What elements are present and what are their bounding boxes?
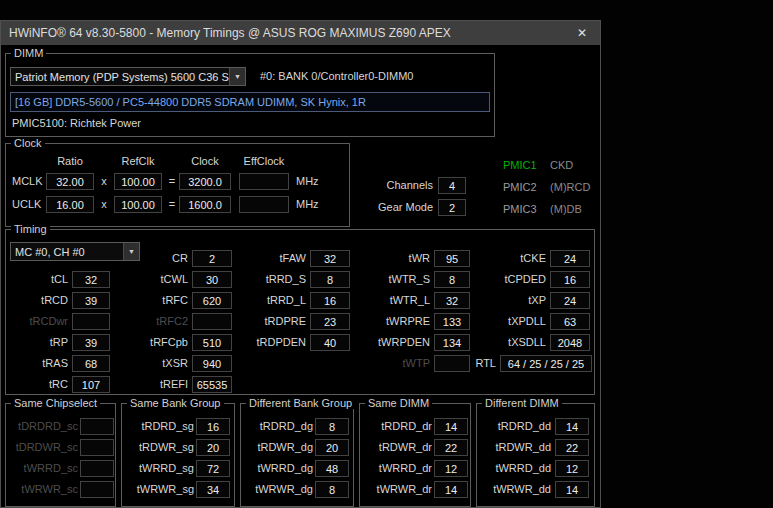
timing-value-tWRRD_dr[interactable] [434, 460, 468, 477]
timing-value-tRDPRE[interactable] [310, 313, 350, 330]
timing-value-tRDWR_dg[interactable] [315, 439, 349, 456]
timing-value-tRRD_S[interactable] [310, 271, 350, 288]
timing-value-tCKE[interactable] [550, 250, 590, 267]
timing-value-tWRPDEN[interactable] [434, 334, 470, 351]
timing-value-tDRDWR_sc[interactable] [80, 439, 114, 456]
timing-value-tWRPRE[interactable] [434, 313, 470, 330]
timing-label-tWRWR_dg: tWRWR_dg [243, 481, 313, 498]
timing-value-tRDWR_sg[interactable] [196, 439, 230, 456]
timing-value-tWRRD_dd[interactable] [555, 460, 589, 477]
channels-value[interactable] [438, 177, 466, 194]
timing-label-tRDWR_sg: tRDWR_sg [124, 439, 194, 456]
timing-value-CR[interactable] [192, 250, 232, 267]
dimm-module-select[interactable]: Patriot Memory (PDP Systems) 5600 C36 Se… [10, 67, 246, 86]
dimm-group-title: DIMM [11, 47, 46, 59]
timing-label-tCL: tCL [14, 271, 68, 288]
timing-value-tRDWR_dr[interactable] [434, 439, 468, 456]
timing-label-tREFI: tREFI [114, 376, 188, 393]
timing-value-tWRWR_sc[interactable] [80, 481, 114, 498]
dimm-group: DIMM Patriot Memory (PDP Systems) 5600 C… [5, 53, 495, 137]
uclk-effclock-value[interactable] [239, 196, 289, 213]
timing-value-tREFI[interactable] [192, 376, 232, 393]
timing-value-tXSR[interactable] [192, 355, 232, 372]
timing-value-tWRWR_dr[interactable] [434, 481, 468, 498]
timing-label-tWTP: tWTP [352, 355, 430, 372]
gear-mode-value[interactable] [438, 199, 466, 216]
timing-value-tRFC2[interactable] [192, 313, 232, 330]
timing-label-tXSR: tXSR [114, 355, 188, 372]
timing-value-tXSDLL[interactable] [550, 334, 590, 351]
timing-label-tWRPRE: tWRPRE [352, 313, 430, 330]
mclk-ratio-value[interactable] [46, 173, 94, 190]
timing-value-tWTR_L[interactable] [434, 292, 470, 309]
timing-label-tRDRD_sg: tRDRD_sg [124, 418, 194, 435]
timing-value-tWRWR_sg[interactable] [196, 481, 230, 498]
titlebar[interactable]: HWiNFO® 64 v8.30-5800 - Memory Timings @… [1, 21, 600, 45]
timing-label-tWTR_L: tWTR_L [352, 292, 430, 309]
timing-label-tXP: tXP [474, 292, 546, 309]
timing-value-tCL[interactable] [72, 271, 110, 288]
mclk-clock-value[interactable] [179, 173, 231, 190]
timing-value-tWRRD_sc[interactable] [80, 460, 114, 477]
timing-value-tRAS[interactable] [72, 355, 110, 372]
timing-value-tXP[interactable] [550, 292, 590, 309]
uclk-clock-value[interactable] [179, 196, 231, 213]
timing-value-tRRD_L[interactable] [310, 292, 350, 309]
timing-label-CR: CR [114, 250, 188, 267]
timing-value-tRC[interactable] [72, 376, 110, 393]
mclk-effclock-value[interactable] [239, 173, 289, 190]
timing-value-tRDRD_dr[interactable] [434, 418, 468, 435]
timing-value-tRDWR_dd[interactable] [555, 439, 589, 456]
timing-value-tRFCpb[interactable] [192, 334, 232, 351]
timing-label-tRDRD_dr: tRDRD_dr [362, 418, 432, 435]
timing-value-tWR[interactable] [434, 250, 470, 267]
timing-value-tWRWR_dd[interactable] [555, 481, 589, 498]
uclk-refclk-value[interactable] [114, 196, 162, 213]
timing-group: Timing MC #0, CH #0 ▼ CR tFAW tWR tCKE t… [5, 229, 595, 395]
timing-value-tRCD[interactable] [72, 292, 110, 309]
timing-value-tRDRD_dd[interactable] [555, 418, 589, 435]
timing-label-tRFCpb: tRFCpb [114, 334, 188, 351]
pmic3-value: (M)DB [550, 203, 582, 215]
timing-value-tCPDED[interactable] [550, 271, 590, 288]
timing-value-tRFC[interactable] [192, 292, 232, 309]
same-chipselect-title: Same Chipselect [11, 397, 100, 409]
timing-value-RTL[interactable] [500, 355, 592, 372]
timing-value-tDRDRD_sc[interactable] [80, 418, 114, 435]
uclk-ratio-value[interactable] [46, 196, 94, 213]
same-bank-group-group: Same Bank Group tRDRD_sg tRDWR_sg tWRRD_… [121, 403, 235, 507]
window-title: HWiNFO® 64 v8.30-5800 - Memory Timings @… [9, 26, 572, 40]
timing-label-tRDRD_dg: tRDRD_dg [243, 418, 313, 435]
mclk-refclk-value[interactable] [114, 173, 162, 190]
timing-value-tWRRD_dg[interactable] [315, 460, 349, 477]
timing-value-tXPDLL[interactable] [550, 313, 590, 330]
timing-label-tRFC: tRFC [114, 292, 188, 309]
timing-value-tWRWR_dg[interactable] [315, 481, 349, 498]
timing-value-tRDPDEN[interactable] [310, 334, 350, 351]
timing-value-tWTP[interactable] [434, 355, 470, 372]
close-icon[interactable]: ✕ [572, 23, 592, 43]
timing-label-tWRPDEN: tWRPDEN [352, 334, 430, 351]
clock-header-clock: Clock [179, 154, 231, 168]
timing-label-tRAS: tRAS [14, 355, 68, 372]
uclk-unit: MHz [296, 196, 319, 213]
timing-value-tFAW[interactable] [310, 250, 350, 267]
clock-header-ratio: Ratio [46, 154, 94, 168]
gear-mode-label: Gear Mode [369, 199, 433, 216]
dimm-pmic-line: PMIC5100: Richtek Power [12, 115, 141, 132]
clock-header-refclk: RefClk [114, 154, 162, 168]
timing-value-tRCDwr[interactable] [72, 313, 110, 330]
timing-label-tDRDRD_sc: tDRDRD_sc [8, 418, 78, 435]
mclk-unit: MHz [296, 173, 319, 190]
timing-value-tRP[interactable] [72, 334, 110, 351]
dimm-module-select-value: Patriot Memory (PDP Systems) 5600 C36 Se… [11, 71, 229, 83]
timing-value-tRDRD_dg[interactable] [315, 418, 349, 435]
timing-value-tCWL[interactable] [192, 271, 232, 288]
pmic2-row: PMIC2 (M)RCD [503, 181, 590, 193]
timing-value-tRDRD_sg[interactable] [196, 418, 230, 435]
pmic1-name: PMIC1 [503, 159, 547, 171]
timing-value-tWTR_S[interactable] [434, 271, 470, 288]
chevron-down-icon[interactable]: ▼ [229, 68, 245, 85]
timing-value-tWRRD_sg[interactable] [196, 460, 230, 477]
timing-label-tRCD: tRCD [14, 292, 68, 309]
